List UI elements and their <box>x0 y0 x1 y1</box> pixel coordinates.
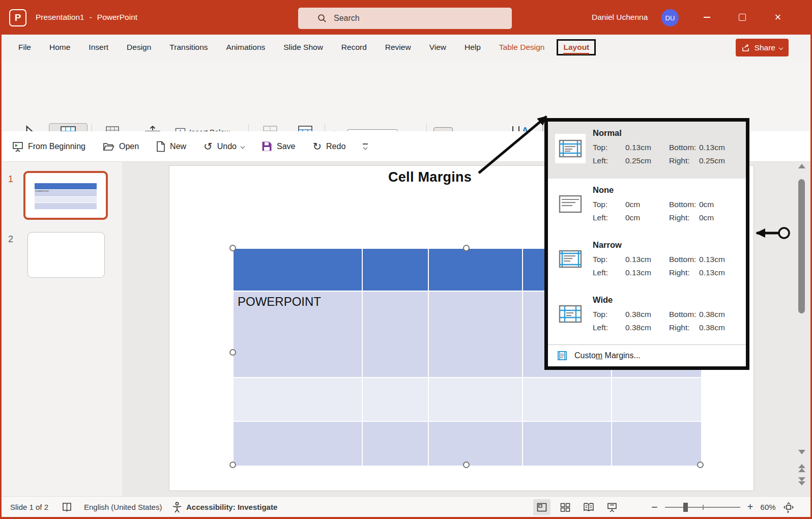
tab-animations[interactable]: Animations <box>219 40 273 55</box>
table-cell[interactable] <box>363 378 428 421</box>
margin-option-values: Top:0cmBottom:0cm Left:0cmRight:0cm <box>593 198 714 224</box>
from-beginning-button[interactable]: From Beginning <box>12 141 85 152</box>
zoom-in-button[interactable]: + <box>747 501 753 513</box>
menu-item-wide[interactable]: Wide Top:0.38cmBottom:0.38cm Left:0.38cm… <box>548 289 746 343</box>
right-label: Right: <box>669 154 699 167</box>
tab-view[interactable]: View <box>422 40 453 55</box>
share-icon <box>742 44 750 52</box>
custom-margins-menu-item[interactable]: Custom Margins... <box>548 345 746 366</box>
table-cell[interactable] <box>429 422 522 466</box>
tab-transitions[interactable]: Transitions <box>162 40 215 55</box>
table-header-cell[interactable] <box>234 249 362 291</box>
avatar-initials: DU <box>665 14 675 22</box>
table-cell[interactable] <box>363 292 428 377</box>
search-input[interactable]: Search <box>298 8 512 29</box>
from-beginning-label: From Beginning <box>28 142 85 151</box>
accessibility-button[interactable]: Accessibility: Investigate <box>172 497 277 517</box>
view-switcher <box>533 497 621 517</box>
search-icon <box>317 14 327 23</box>
bottom-label: Bottom: <box>669 308 699 321</box>
slide1-thumbnail[interactable]: POWERPOINT <box>23 171 108 220</box>
tab-help[interactable]: Help <box>457 40 488 55</box>
slide-sorter-view-button[interactable] <box>557 499 574 515</box>
table-cell[interactable] <box>429 378 522 421</box>
table-cell[interactable] <box>429 292 522 377</box>
fit-slide-to-window-icon[interactable] <box>783 502 794 513</box>
table-cell[interactable]: POWERPOINT <box>234 292 362 377</box>
selection-handle[interactable] <box>697 462 704 468</box>
selection-handle[interactable] <box>229 349 236 356</box>
reading-view-button[interactable] <box>580 499 597 515</box>
spell-check-button[interactable] <box>62 497 72 517</box>
bottom-value: 0.38cm <box>699 308 725 321</box>
zoom-out-button[interactable]: − <box>651 501 658 514</box>
slide-title-text[interactable]: Cell Margins <box>388 169 472 185</box>
table-cell[interactable] <box>523 422 611 466</box>
tab-layout[interactable]: Layout <box>563 43 589 54</box>
selection-handle[interactable] <box>463 245 470 251</box>
new-button[interactable]: New <box>156 141 186 152</box>
zoom-level[interactable]: 60% <box>761 503 776 511</box>
table-cell[interactable] <box>612 422 701 466</box>
margin-option-values: Top:0.13cmBottom:0.13cm Left:0.13cmRight… <box>593 253 725 279</box>
undo-button[interactable]: ↺ Undo <box>204 140 244 153</box>
tab-insert[interactable]: Insert <box>81 40 115 55</box>
previous-slide-button-2[interactable] <box>798 468 805 472</box>
vertical-scrollbar-thumb[interactable] <box>798 179 805 313</box>
table-header-cell[interactable] <box>363 249 428 291</box>
document-name: Presentation1 <box>36 13 84 22</box>
selection-handle[interactable] <box>229 245 236 251</box>
zoom-slider[interactable] <box>665 507 740 508</box>
minimize-button[interactable] <box>695 0 718 35</box>
scroll-down-button[interactable] <box>798 450 805 454</box>
customize-qat-button[interactable] <box>363 143 368 149</box>
next-slide-button-2[interactable] <box>798 481 805 485</box>
table-cell[interactable] <box>523 378 611 421</box>
right-value: 0.25cm <box>699 154 725 167</box>
maximize-button[interactable] <box>731 0 754 35</box>
menu-item-normal[interactable]: Normal Top:0.13cmBottom:0.13cm Left:0.25… <box>548 122 746 179</box>
table-cell-text[interactable]: POWERPOINT <box>234 292 362 309</box>
scroll-up-button[interactable] <box>798 164 805 168</box>
menu-item-narrow[interactable]: Narrow Top:0.13cmBottom:0.13cm Left:0.13… <box>548 234 746 289</box>
bottom-value: 0.13cm <box>699 253 725 266</box>
tab-table-design[interactable]: Table Design <box>492 40 552 55</box>
slideshow-view-button[interactable] <box>603 499 621 515</box>
table-cell[interactable] <box>612 378 701 421</box>
table-cell[interactable] <box>234 422 362 466</box>
table-header-cell[interactable] <box>429 249 522 291</box>
table-cell[interactable] <box>363 422 428 466</box>
save-button[interactable]: Save <box>262 141 295 152</box>
tab-review[interactable]: Review <box>378 40 418 55</box>
language-button[interactable]: English (United States) <box>84 497 162 517</box>
mini-table-header <box>35 183 97 189</box>
tab-slide-show[interactable]: Slide Show <box>276 40 330 55</box>
zoom-slider-thumb[interactable] <box>683 503 688 512</box>
close-button[interactable]: × <box>766 0 790 35</box>
redo-button[interactable]: ↻ Redo <box>312 140 345 153</box>
previous-slide-button[interactable] <box>798 464 805 468</box>
table-cell[interactable] <box>234 378 362 421</box>
tab-design[interactable]: Design <box>120 40 158 55</box>
tab-file[interactable]: File <box>11 40 38 55</box>
share-button[interactable]: Share <box>736 39 789 56</box>
top-value: 0cm <box>625 198 669 211</box>
open-button[interactable]: Open <box>103 141 139 152</box>
right-label: Right: <box>669 266 699 279</box>
selection-handle[interactable] <box>463 462 470 468</box>
tab-home[interactable]: Home <box>42 40 77 55</box>
minimize-icon <box>704 17 710 18</box>
open-label: Open <box>119 142 139 151</box>
powerpoint-app-icon[interactable]: P <box>9 9 26 26</box>
slide2-thumbnail[interactable] <box>27 232 105 278</box>
user-avatar[interactable]: DU <box>661 9 679 26</box>
overflow-bar <box>363 143 368 145</box>
bottom-value: 0cm <box>699 198 714 211</box>
tab-record[interactable]: Record <box>334 40 374 55</box>
next-slide-button[interactable] <box>798 477 805 481</box>
normal-view-button[interactable] <box>533 499 550 515</box>
tab-layout-highlight-box[interactable]: Layout <box>557 39 596 55</box>
margin-narrow-icon <box>558 249 583 269</box>
selection-handle[interactable] <box>229 462 236 468</box>
menu-item-none[interactable]: None Top:0cmBottom:0cm Left:0cmRight:0cm <box>548 179 746 234</box>
